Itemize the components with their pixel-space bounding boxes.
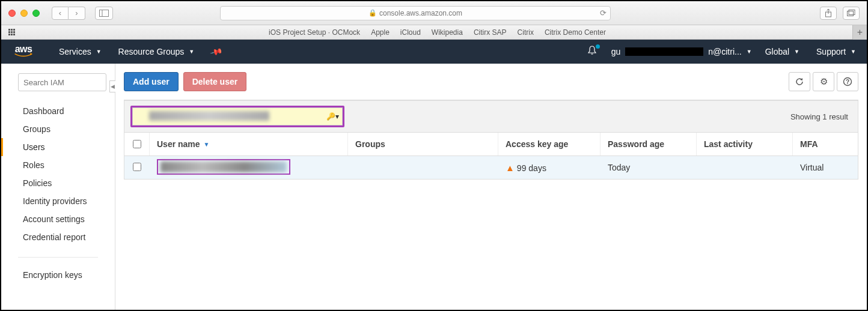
lock-icon: 🔒 [368, 9, 377, 17]
table-row[interactable]: ▲99 days Today Virtual [124, 156, 858, 179]
support-menu[interactable]: Support ▼ [816, 47, 856, 56]
refresh-button[interactable] [789, 72, 810, 91]
key-dropdown-icon[interactable]: 🔑▾ [326, 112, 339, 121]
url-text: console.aws.amazon.com [379, 9, 462, 17]
pin-icon[interactable]: 📌 [209, 45, 223, 58]
svg-text:?: ? [846, 79, 849, 85]
svg-rect-5 [849, 10, 855, 14]
maximize-window[interactable] [32, 10, 40, 17]
row-checkbox[interactable] [133, 163, 141, 171]
collapse-sidebar-button[interactable]: ◀ [109, 80, 115, 92]
bookmarks-bar: iOS Project Setup · OCMockAppleiCloudWik… [1, 25, 867, 40]
address-bar[interactable]: 🔒 console.aws.amazon.com ⟳ [220, 6, 611, 20]
back-button[interactable]: ‹ [52, 7, 69, 20]
sidebar-item-users[interactable]: Users [1, 138, 115, 156]
help-button[interactable]: ? [837, 72, 858, 91]
delete-user-button[interactable]: Delete user [183, 72, 246, 91]
apps-icon[interactable] [8, 29, 15, 35]
bookmark-link[interactable]: Apple [371, 28, 390, 37]
region-menu[interactable]: Global ▼ [765, 47, 799, 56]
browser-toolbar: ‹ › 🔒 console.aws.amazon.com ⟳ [1, 1, 867, 25]
sidebar-item-encryption-keys[interactable]: Encryption keys [1, 266, 115, 284]
svg-rect-0 [100, 10, 109, 16]
column-header-access-key-age[interactable]: Access key age [498, 133, 601, 156]
bookmark-link[interactable]: Citrix Demo Center [545, 28, 606, 37]
warning-icon: ▲ [506, 163, 515, 173]
forward-button[interactable]: › [69, 7, 85, 20]
bookmark-link[interactable]: iCloud [400, 28, 421, 37]
sidebar-item-policies[interactable]: Policies [1, 174, 115, 192]
sidebar-toggle[interactable] [95, 7, 113, 20]
svg-rect-4 [848, 11, 854, 16]
close-window[interactable] [8, 10, 16, 17]
share-button[interactable] [820, 7, 837, 20]
filter-input-wrapper: 🔑▾ [130, 106, 344, 127]
nav-buttons: ‹ › [52, 7, 85, 20]
notification-dot [596, 44, 600, 49]
search-iam-input[interactable] [18, 73, 106, 91]
add-user-button[interactable]: Add user [124, 72, 179, 91]
minimize-window[interactable] [20, 10, 28, 17]
sidebar-item-dashboard[interactable]: Dashboard [1, 102, 115, 120]
column-header-username[interactable]: User name ▼ [150, 133, 348, 156]
content-area: Add user Delete user ⚙ ? 🔑▾ [115, 64, 867, 310]
resource-groups-menu[interactable]: Resource Groups ▼ [118, 47, 195, 56]
mfa-cell: Virtual [793, 163, 858, 172]
chevron-down-icon: ▼ [851, 49, 856, 55]
result-count: Showing 1 result [790, 112, 852, 121]
iam-sidebar: ◀ DashboardGroupsUsersRolesPoliciesIdent… [1, 64, 115, 310]
services-menu[interactable]: Services ▼ [59, 47, 102, 56]
new-tab-button[interactable]: + [852, 25, 867, 40]
password-age-cell: Today [601, 163, 697, 172]
reload-icon[interactable]: ⟳ [600, 8, 607, 17]
window-controls [8, 10, 40, 17]
column-header-password-age[interactable]: Password age [601, 133, 697, 156]
sort-indicator-icon: ▼ [204, 141, 210, 148]
bookmark-link[interactable]: Citirx SAP [474, 28, 507, 37]
aws-logo[interactable]: aws [12, 46, 35, 58]
sidebar-item-roles[interactable]: Roles [1, 156, 115, 174]
redacted-text [160, 162, 287, 172]
chevron-down-icon: ▼ [189, 49, 194, 55]
sidebar-item-identity-providers[interactable]: Identity providers [1, 192, 115, 210]
bookmark-link[interactable]: iOS Project Setup · OCMock [269, 28, 360, 37]
tabs-button[interactable] [843, 7, 860, 20]
select-all-checkbox[interactable] [124, 133, 150, 156]
bookmark-link[interactable]: Citrix [518, 28, 534, 37]
chevron-down-icon: ▼ [96, 49, 102, 55]
redacted-text [625, 47, 703, 56]
bookmark-link[interactable]: Wikipedia [432, 28, 463, 37]
chevron-down-icon: ▼ [794, 49, 799, 55]
account-menu[interactable]: gun@citri... ▼ [611, 47, 752, 56]
aws-top-nav: aws Services ▼ Resource Groups ▼ 📌 gun@c… [1, 40, 867, 64]
notifications-icon[interactable] [587, 46, 597, 58]
sidebar-item-groups[interactable]: Groups [1, 120, 115, 138]
users-table: 🔑▾ Showing 1 result User name ▼ Groups A… [124, 100, 858, 180]
username-cell[interactable] [157, 159, 290, 175]
chevron-down-icon: ▼ [747, 49, 752, 55]
settings-button[interactable]: ⚙ [813, 72, 834, 91]
access-key-age-cell: ▲99 days [498, 163, 601, 173]
column-header-mfa[interactable]: MFA [793, 133, 858, 156]
column-header-last-activity[interactable]: Last activity [697, 133, 793, 156]
sidebar-item-credential-report[interactable]: Credential report [1, 228, 115, 246]
sidebar-item-account-settings[interactable]: Account settings [1, 210, 115, 228]
redacted-text [149, 111, 269, 121]
column-header-groups[interactable]: Groups [348, 133, 498, 156]
